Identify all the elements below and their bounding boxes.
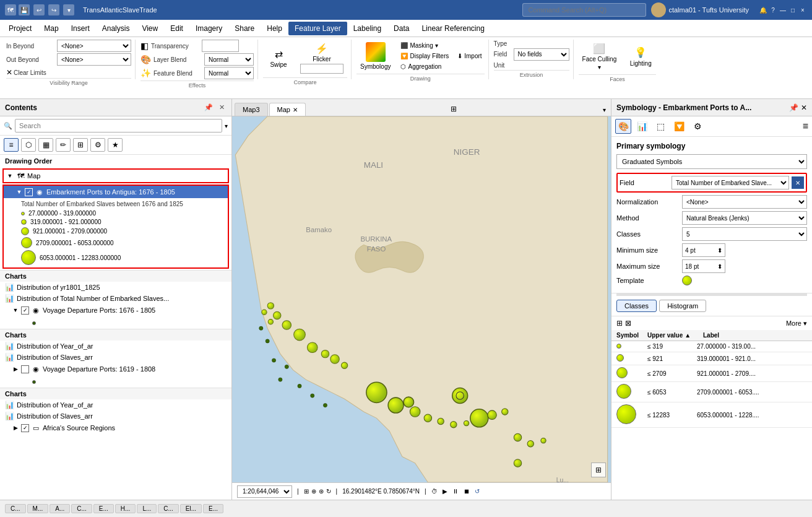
sym-table-row-5[interactable]: ≤ 12283 6053.000001 - 1228.... — [611, 402, 812, 428]
menu-labeling[interactable]: Labeling — [347, 22, 387, 35]
menu-view[interactable]: View — [136, 22, 164, 35]
bookmark-icon[interactable]: ⊛ — [319, 488, 324, 495]
search-input[interactable] — [15, 119, 222, 133]
status-tab-10[interactable]: E... — [203, 504, 223, 513]
sym-auto-hide-button[interactable]: 📌 — [789, 103, 798, 112]
map-tab-map3[interactable]: Map3 — [235, 103, 268, 116]
save-icon[interactable]: 💾 — [19, 4, 30, 15]
notification-icon[interactable]: 🔔 — [759, 6, 767, 14]
grid-icon[interactable]: ⊞ — [304, 488, 309, 495]
menu-map[interactable]: Map — [38, 22, 64, 35]
min-size-input[interactable]: 4 pt ⬍ — [682, 243, 725, 257]
sym-more-button[interactable]: More ▾ — [786, 319, 807, 328]
status-tab-5[interactable]: E... — [93, 504, 114, 513]
close-button[interactable]: × — [798, 6, 807, 14]
voyage-layer-2-item[interactable]: ▶ ◉ Voyage Departure Ports: 1619 - 1808 — [0, 363, 231, 375]
menu-analysis[interactable]: Analysis — [96, 22, 136, 35]
chart-item-5[interactable]: 📊 Distribution of Year_of_ar — [0, 399, 231, 411]
feature-blend-select[interactable]: Normal — [204, 67, 254, 79]
menu-edit[interactable]: Edit — [164, 22, 189, 35]
chart-item-1[interactable]: 📊 Distribution of yr1801_1825 — [0, 282, 231, 293]
sym-table-row-3[interactable]: ≤ 2709 921.000001 - 2709.... — [611, 365, 812, 382]
field-clear-button[interactable]: ✕ — [792, 176, 804, 189]
map-maximize-button[interactable]: ⊞ — [448, 102, 459, 116]
command-search-input[interactable] — [522, 3, 646, 17]
africa-layer-item[interactable]: ▶ ▭ Africa's Source Regions — [0, 422, 231, 434]
minimize-button[interactable]: — — [779, 6, 787, 14]
more-icon[interactable]: ▾ — [63, 4, 74, 15]
in-beyond-select[interactable]: <None> — [57, 40, 131, 52]
redo-icon[interactable]: ↪ — [48, 4, 59, 15]
sym-table-grid-icon[interactable]: ⊠ — [625, 319, 631, 328]
map-root-item[interactable]: ▼ 🗺 Map — [2, 168, 229, 183]
template-preview[interactable] — [682, 276, 692, 285]
aggregation-button[interactable]: ⬡ Aggregation — [398, 62, 444, 71]
play-button[interactable]: ▶ — [443, 488, 447, 495]
voyage2-checkbox[interactable] — [21, 365, 29, 373]
edit-view-button[interactable]: ✏ — [56, 138, 71, 152]
sym-table-row-4[interactable]: ≤ 6053 2709.000001 - 6053.... — [611, 382, 812, 402]
masking-button[interactable]: ⬛ Masking ▾ — [398, 41, 440, 50]
menu-help[interactable]: Help — [261, 22, 288, 35]
symbology-button[interactable]: Symbology — [356, 40, 394, 72]
embarkment-layer-item[interactable]: ▼ ◉ Embarkment Ports to Antigua: 1676 - … — [4, 186, 228, 198]
field-value-select[interactable]: Total Number of Embarked Slave... — [672, 176, 789, 189]
sym-filter-button[interactable]: 🔽 — [671, 119, 687, 134]
face-culling-button[interactable]: ⬜ Face Culling ▾ — [579, 40, 621, 73]
swipe-button[interactable]: ⇄ Swipe — [263, 45, 294, 71]
close-panel-button[interactable]: ✕ — [217, 103, 227, 112]
classes-tab[interactable]: Classes — [616, 300, 657, 312]
embarkment-checkbox[interactable] — [25, 188, 33, 196]
refresh-button[interactable]: ↺ — [475, 488, 480, 495]
menu-imagery[interactable]: Imagery — [189, 22, 228, 35]
help-icon[interactable]: ? — [769, 6, 777, 14]
stop-button[interactable]: ⏹ — [464, 488, 470, 495]
lighting-button[interactable]: 💡 Lighting — [625, 44, 656, 69]
map-expand-icon[interactable]: ▼ — [6, 172, 14, 180]
voyage-layer-1-item[interactable]: ▼ ◉ Voyage Departure Ports: 1676 - 1805 — [0, 304, 231, 316]
menu-insert[interactable]: Insert — [65, 22, 96, 35]
flicker-input[interactable]: 500.0 ms — [300, 64, 343, 74]
status-tab-3[interactable]: A... — [50, 504, 70, 513]
sym-structure-button[interactable]: ⚙ — [689, 119, 706, 134]
maximize-button[interactable]: □ — [788, 6, 797, 14]
cylinder-view-button[interactable]: ⬡ — [21, 138, 36, 152]
menu-project[interactable]: Project — [2, 22, 38, 35]
status-tab-9[interactable]: El... — [180, 504, 202, 513]
layer-blend-select[interactable]: Normal — [204, 53, 254, 66]
voyage1-expand-icon[interactable]: ▼ — [12, 306, 19, 314]
chart-item-2[interactable]: 📊 Distribution of Total Number of Embark… — [0, 293, 231, 304]
out-beyond-select[interactable]: <None> — [57, 53, 131, 66]
embarkment-expand-icon[interactable]: ▼ — [15, 188, 23, 196]
menu-share[interactable]: Share — [228, 22, 261, 35]
flicker-button[interactable]: ⚡ Flicker 500.0 ms — [296, 40, 347, 76]
sort-icon[interactable]: ▲ — [685, 332, 691, 339]
sym-mask-button[interactable]: ⬚ — [652, 119, 668, 134]
sym-menu-button[interactable]: ≡ — [803, 121, 808, 132]
rotate-icon[interactable]: ↻ — [326, 488, 331, 495]
chart-item-4[interactable]: 📊 Distribution of Slaves_arr — [0, 352, 231, 363]
classes-select[interactable]: 5 — [682, 227, 807, 241]
transparency-input[interactable]: 0.0% — [202, 40, 239, 52]
display-filters-button[interactable]: 🔽 Display Filters — [398, 51, 451, 61]
map-fullscreen-button[interactable]: ⊞ — [591, 463, 606, 477]
status-tab-7[interactable]: L... — [137, 504, 157, 513]
chart-item-3[interactable]: 📊 Distribution of Year_of_ar — [0, 341, 231, 352]
status-tab-2[interactable]: M... — [27, 504, 49, 513]
normalization-select[interactable]: <None> — [682, 195, 807, 209]
pause-button[interactable]: ⏸ — [452, 488, 459, 495]
list-view-button[interactable]: ≡ — [4, 138, 19, 152]
voyage1-checkbox[interactable] — [21, 306, 29, 315]
sym-table-add-icon[interactable]: ⊞ — [616, 319, 623, 328]
sym-close-button[interactable]: ✕ — [801, 103, 807, 112]
status-tab-8[interactable]: C... — [158, 504, 179, 513]
africa-expand-icon[interactable]: ▶ — [12, 424, 19, 432]
auto-hide-button[interactable]: 📌 — [202, 103, 215, 112]
tools-button[interactable]: ⚙ — [90, 138, 105, 152]
status-tab-1[interactable]: C... — [5, 504, 26, 513]
method-select[interactable]: Natural Breaks (Jenks) — [682, 211, 807, 225]
chart-item-6[interactable]: 📊 Distribution of Slaves_arr — [0, 411, 231, 422]
field-select[interactable]: No fields — [514, 48, 569, 61]
sym-palette-button[interactable]: 🎨 — [615, 119, 631, 134]
menu-feature-layer[interactable]: Feature Layer — [288, 22, 347, 35]
